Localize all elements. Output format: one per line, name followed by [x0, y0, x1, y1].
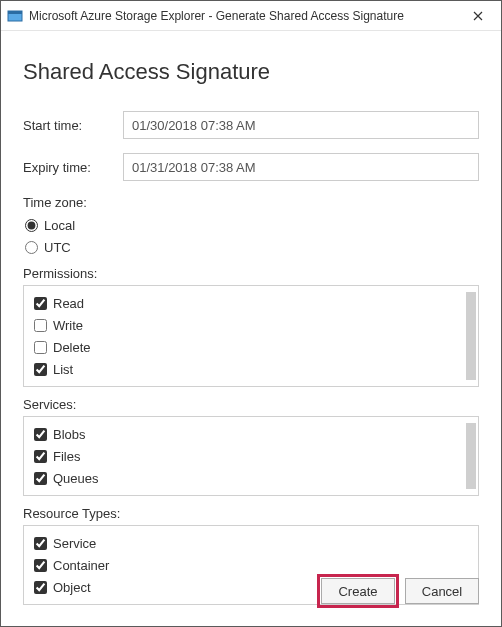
permissions-scrollbar[interactable]	[466, 292, 476, 380]
perm-read-row[interactable]: Read	[32, 292, 470, 314]
timezone-local-text: Local	[44, 218, 75, 233]
svc-files-text: Files	[53, 449, 80, 464]
dialog-footer: Create Cancel	[321, 578, 479, 604]
svc-files-row[interactable]: Files	[32, 445, 470, 467]
perm-list-row[interactable]: List	[32, 358, 470, 380]
start-time-input[interactable]	[123, 111, 479, 139]
svc-blobs-check[interactable]	[34, 428, 47, 441]
rt-object-text: Object	[53, 580, 91, 595]
resource-types-label: Resource Types:	[23, 506, 479, 521]
svg-rect-1	[8, 11, 22, 14]
svc-queues-row[interactable]: Queues	[32, 467, 470, 489]
svc-blobs-row[interactable]: Blobs	[32, 423, 470, 445]
svc-queues-check[interactable]	[34, 472, 47, 485]
perm-delete-row[interactable]: Delete	[32, 336, 470, 358]
create-button[interactable]: Create	[321, 578, 395, 604]
expiry-time-input[interactable]	[123, 153, 479, 181]
perm-read-text: Read	[53, 296, 84, 311]
rt-service-row[interactable]: Service	[32, 532, 470, 554]
timezone-label: Time zone:	[23, 195, 479, 210]
close-button[interactable]	[455, 1, 501, 30]
timezone-utc-radio[interactable]	[25, 241, 38, 254]
app-icon	[7, 8, 23, 24]
rt-container-row[interactable]: Container	[32, 554, 470, 576]
timezone-utc-option[interactable]: UTC	[23, 236, 479, 258]
services-scrollbar[interactable]	[466, 423, 476, 489]
expiry-time-label: Expiry time:	[23, 160, 123, 175]
perm-write-row[interactable]: Write	[32, 314, 470, 336]
timezone-utc-text: UTC	[44, 240, 71, 255]
timezone-local-radio[interactable]	[25, 219, 38, 232]
permissions-group: Read Write Delete List	[23, 285, 479, 387]
svc-blobs-text: Blobs	[53, 427, 86, 442]
svc-queues-text: Queues	[53, 471, 99, 486]
titlebar: Microsoft Azure Storage Explorer - Gener…	[1, 1, 501, 31]
perm-list-text: List	[53, 362, 73, 377]
timezone-local-option[interactable]: Local	[23, 214, 479, 236]
perm-delete-text: Delete	[53, 340, 91, 355]
perm-write-check[interactable]	[34, 319, 47, 332]
rt-service-check[interactable]	[34, 537, 47, 550]
start-time-row: Start time:	[23, 111, 479, 139]
rt-object-check[interactable]	[34, 581, 47, 594]
dialog-content: Shared Access Signature Start time: Expi…	[1, 31, 501, 605]
services-label: Services:	[23, 397, 479, 412]
perm-list-check[interactable]	[34, 363, 47, 376]
svc-files-check[interactable]	[34, 450, 47, 463]
rt-service-text: Service	[53, 536, 96, 551]
rt-container-text: Container	[53, 558, 109, 573]
services-group: Blobs Files Queues	[23, 416, 479, 496]
perm-delete-check[interactable]	[34, 341, 47, 354]
permissions-label: Permissions:	[23, 266, 479, 281]
start-time-label: Start time:	[23, 118, 123, 133]
perm-read-check[interactable]	[34, 297, 47, 310]
page-title: Shared Access Signature	[23, 59, 479, 85]
rt-container-check[interactable]	[34, 559, 47, 572]
window-title: Microsoft Azure Storage Explorer - Gener…	[29, 9, 455, 23]
perm-write-text: Write	[53, 318, 83, 333]
expiry-time-row: Expiry time:	[23, 153, 479, 181]
cancel-button[interactable]: Cancel	[405, 578, 479, 604]
